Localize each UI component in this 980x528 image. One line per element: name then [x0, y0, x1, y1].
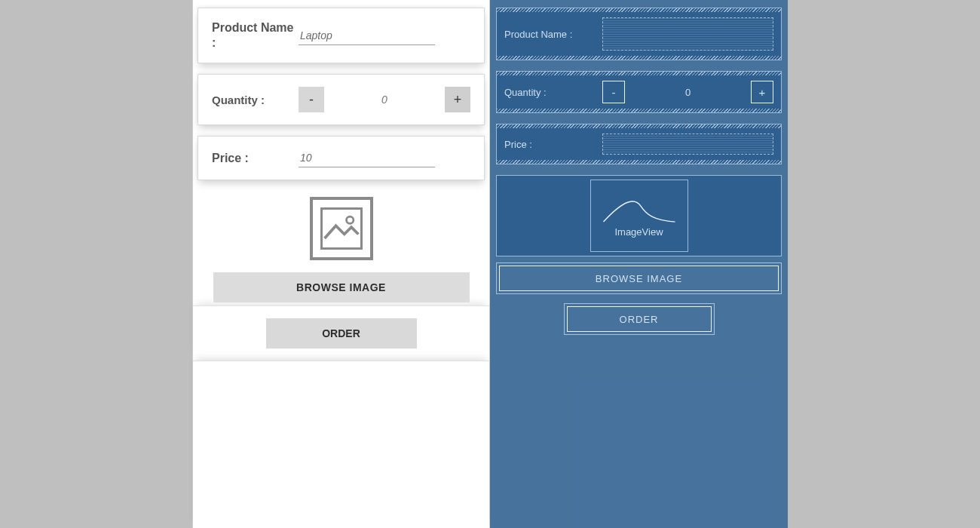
bp-quantity-value: 0 [625, 87, 751, 98]
order-wrap: ORDER [193, 305, 489, 361]
image-placeholder-icon [310, 197, 373, 260]
svg-point-0 [346, 216, 353, 223]
quantity-plus-button[interactable]: + [445, 87, 470, 112]
bp-imageview-curve-icon [591, 195, 688, 223]
bp-order-button: ORDER [564, 303, 715, 335]
quantity-card: Quantity : - 0 + [198, 74, 485, 125]
bp-price-field [602, 134, 773, 155]
price-field-wrap [299, 149, 470, 167]
bp-product-name-label: Product Name : [504, 29, 602, 40]
bp-product-name-field [602, 17, 773, 51]
browse-image-button[interactable]: BROWSE IMAGE [213, 272, 470, 302]
bp-quantity-card: Quantity : - 0 + [496, 71, 782, 113]
layout-blueprint-panel: Product Name : Quantity : - 0 + Price : [490, 0, 788, 528]
quantity-label: Quantity : [212, 94, 299, 106]
price-label: Price : [212, 151, 299, 166]
bp-imageview-inner: ImageView [590, 180, 688, 252]
bp-product-name-card: Product Name : [496, 8, 782, 60]
bp-quantity-plus-button: + [751, 81, 773, 103]
bp-order-inner: ORDER [567, 306, 712, 332]
side-by-side-stage: Product Name : Quantity : - 0 + Price : [192, 0, 788, 528]
bp-imageview-label: ImageView [614, 226, 663, 238]
bp-browse-image-button: BROWSE IMAGE [496, 262, 782, 294]
product-name-label: Product Name : [212, 20, 299, 51]
bp-browse-image-inner: BROWSE IMAGE [499, 266, 779, 291]
runtime-empty-space [193, 361, 489, 528]
bp-quantity-label: Quantity : [504, 87, 602, 98]
product-name-field-wrap [299, 26, 470, 45]
bp-imageview-card: ImageView [496, 175, 782, 256]
bp-quantity-minus-button: - [602, 81, 625, 103]
quantity-value: 0 [324, 94, 445, 106]
picture-icon [320, 207, 363, 250]
runtime-preview-panel: Product Name : Quantity : - 0 + Price : [192, 0, 490, 528]
bp-price-card: Price : [496, 124, 782, 164]
price-input[interactable] [299, 149, 435, 167]
quantity-minus-button[interactable]: - [299, 87, 324, 112]
product-name-input[interactable] [299, 26, 435, 45]
price-card: Price : [198, 136, 485, 180]
order-button[interactable]: ORDER [266, 318, 417, 348]
bp-order-wrap: ORDER [496, 303, 782, 335]
image-area: BROWSE IMAGE [193, 191, 489, 305]
product-name-card: Product Name : [198, 8, 485, 63]
bp-price-label: Price : [504, 139, 602, 150]
